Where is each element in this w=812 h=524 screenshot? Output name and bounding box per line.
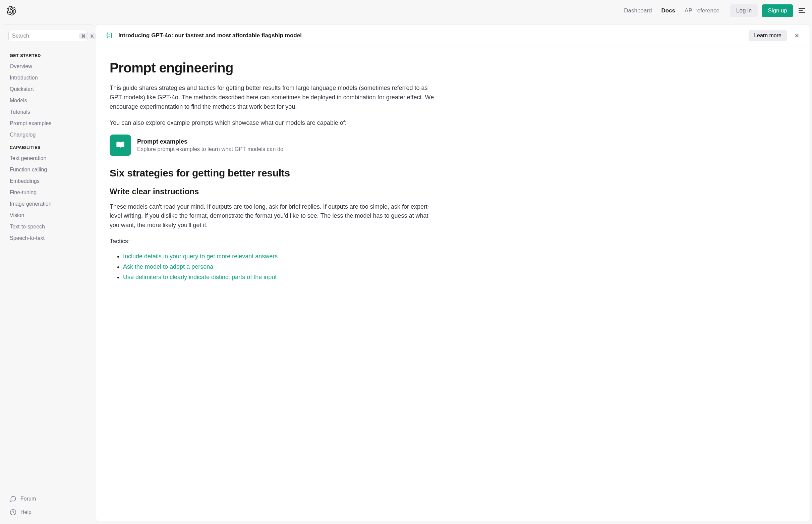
sidebar-item-introduction[interactable]: Introduction: [3, 72, 93, 83]
toc-toggle-button[interactable]: [799, 9, 805, 13]
footer-help[interactable]: Help: [3, 506, 93, 519]
subsection-heading: Write clear instructions: [109, 187, 438, 196]
sidebar-item-image-generation[interactable]: Image generation: [3, 198, 93, 210]
nav-docs[interactable]: Docs: [661, 7, 675, 14]
svg-point-5: [11, 510, 16, 515]
nav-api-reference[interactable]: API reference: [684, 7, 720, 14]
section-heading: Six strategies for getting better result…: [109, 167, 438, 179]
intro-paragraph-2: You can also explore example prompts whi…: [109, 118, 438, 128]
sidebar-item-vision[interactable]: Vision: [3, 210, 93, 221]
forum-icon: [10, 495, 16, 502]
sidebar-nav: GET STARTED Overview Introduction Quicks…: [3, 47, 93, 490]
section-head-get-started: GET STARTED: [3, 49, 93, 61]
code-braces-icon: [106, 32, 113, 39]
learn-more-button[interactable]: Learn more: [749, 30, 787, 41]
tactics-list: Include details in your query to get mor…: [109, 253, 438, 281]
sidebar-item-changelog[interactable]: Changelog: [3, 129, 93, 141]
card-icon-box: [109, 134, 131, 156]
article: Prompt engineering This guide shares str…: [96, 47, 452, 298]
tactic-link[interactable]: Include details in your query to get mor…: [123, 253, 277, 260]
sidebar-item-speech-to-text[interactable]: Speech-to-text: [3, 232, 93, 244]
card-title: Prompt examples: [137, 138, 283, 145]
sidebar-item-text-to-speech[interactable]: Text-to-speech: [3, 221, 93, 232]
strategy-paragraph: These models can't read your mind. If ou…: [109, 202, 438, 230]
sidebar-item-models[interactable]: Models: [3, 95, 93, 107]
prompt-examples-card[interactable]: Prompt examples Explore prompt examples …: [109, 134, 438, 156]
toc-icon: [799, 9, 805, 13]
footer-forum[interactable]: Forum: [3, 492, 93, 506]
sidebar-item-overview[interactable]: Overview: [3, 61, 93, 72]
top-bar: Dashboard Docs API reference Log in Sign…: [0, 0, 812, 21]
openai-logo-icon: [7, 6, 16, 15]
sidebar-footer: Forum Help: [3, 490, 93, 521]
tactic-item: Include details in your query to get mor…: [123, 253, 438, 260]
sidebar-item-quickstart[interactable]: Quickstart: [3, 83, 93, 95]
sidebar-item-text-generation[interactable]: Text generation: [3, 153, 93, 164]
sidebar-item-embeddings[interactable]: Embeddings: [3, 176, 93, 187]
tactic-link[interactable]: Ask the model to adopt a persona: [123, 263, 213, 270]
signup-button[interactable]: Sign up: [762, 4, 793, 17]
tactic-link[interactable]: Use delimiters to clearly indicate disti…: [123, 274, 276, 280]
book-icon: [116, 141, 125, 150]
sidebar-item-tutorials[interactable]: Tutorials: [3, 107, 93, 118]
nav-dashboard[interactable]: Dashboard: [624, 7, 652, 14]
login-button[interactable]: Log in: [730, 4, 758, 17]
footer-label: Forum: [20, 496, 36, 502]
help-icon: [10, 509, 16, 515]
sidebar: ⌘ K GET STARTED Overview Introduction Qu…: [3, 24, 93, 521]
card-subtitle: Explore prompt examples to learn what GP…: [137, 146, 283, 152]
auth-buttons: Log in Sign up: [730, 4, 793, 17]
logo[interactable]: [7, 6, 16, 15]
search-box[interactable]: ⌘ K: [9, 30, 87, 42]
sidebar-item-function-calling[interactable]: Function calling: [3, 164, 93, 176]
close-icon: [794, 33, 800, 38]
section-head-capabilities: CAPABILITIES: [3, 141, 93, 153]
primary-nav: Dashboard Docs API reference: [624, 7, 720, 14]
sidebar-item-fine-tuning[interactable]: Fine-tuning: [3, 187, 93, 198]
close-banner-button[interactable]: [794, 33, 800, 38]
page-title: Prompt engineering: [109, 60, 438, 76]
intro-paragraph-1: This guide shares strategies and tactics…: [109, 83, 438, 112]
sidebar-item-prompt-examples[interactable]: Prompt examples: [3, 118, 93, 129]
content-area: Introducing GPT-4o: our fastest and most…: [96, 24, 809, 521]
search-input[interactable]: [12, 33, 79, 39]
tactics-label: Tactics:: [109, 237, 438, 246]
tactic-item: Ask the model to adopt a persona: [123, 263, 438, 271]
announcement-banner: Introducing GPT-4o: our fastest and most…: [96, 24, 809, 47]
search-shortcut: ⌘ K: [79, 33, 96, 39]
footer-label: Help: [20, 509, 32, 515]
tactic-item: Use delimiters to clearly indicate disti…: [123, 274, 438, 281]
banner-text: Introducing GPT-4o: our fastest and most…: [118, 32, 743, 39]
